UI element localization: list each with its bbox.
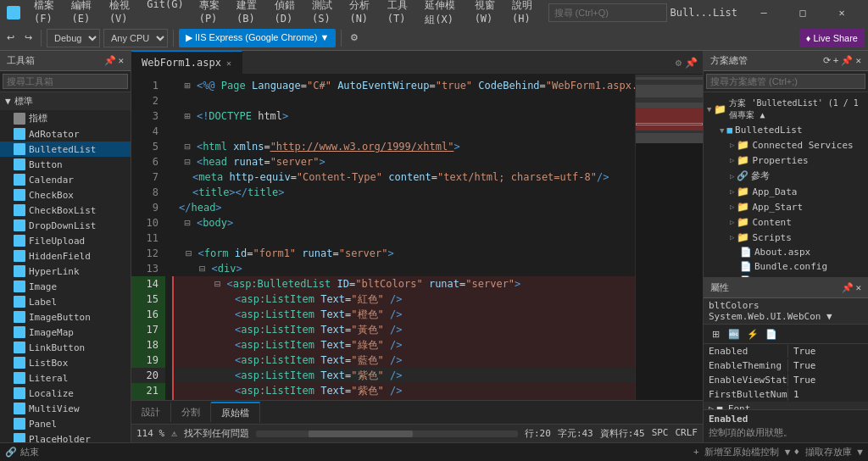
solution-close-icon[interactable]: ✕ (855, 55, 861, 66)
tree-item-about[interactable]: 📄 About.aspx (704, 245, 868, 259)
menu-view[interactable]: 檢視(V) (103, 0, 138, 29)
props-pin-icon[interactable]: 📌 (842, 282, 854, 293)
toolbox-item-adrotator[interactable]: AdRotator (0, 126, 131, 142)
toolbox-item-hyperlink[interactable]: HyperLink (0, 264, 131, 279)
toolbox-item-fileupload[interactable]: FileUpload (0, 233, 131, 248)
global-search-input[interactable] (548, 3, 667, 22)
imagemap-icon (14, 326, 25, 338)
debug-config-select[interactable]: Debug (47, 29, 100, 47)
tree-item-properties[interactable]: ▷ 📁 Properties (704, 153, 868, 168)
toolbox-item-label: Literal (29, 373, 68, 384)
menu-project[interactable]: 專案(P) (192, 0, 228, 29)
toolbox-item-button[interactable]: Button (0, 157, 131, 172)
new-file-icon[interactable]: + (833, 55, 839, 66)
toolbox-item-label: HyperLink (29, 266, 80, 277)
tab-close-icon[interactable]: ✕ (226, 58, 231, 68)
toolbox-item-pointer[interactable]: 指標 (0, 110, 131, 126)
live-share-button[interactable]: ♦ Live Share (799, 29, 865, 47)
toolbox-item-hiddenfield[interactable]: HiddenField (0, 248, 131, 264)
solution-search-input[interactable] (706, 74, 865, 89)
tree-item-solution[interactable]: ▼ 📁 方案 'BulletedList' (1 / 1 個專案 ▲ (704, 96, 868, 123)
tab-design[interactable]: 設計 (131, 403, 171, 422)
props-component-selector[interactable]: bltColors System.Web.UI.WebCon ▼ (704, 298, 868, 325)
editor-settings-icon[interactable]: ⚙ (676, 57, 682, 69)
toolbox-close-icon[interactable]: ✕ (118, 55, 124, 66)
props-pages-btn[interactable]: 📄 (763, 326, 780, 342)
platform-select[interactable]: Any CPU (103, 29, 168, 47)
menu-extensions[interactable]: 延伸模組(X) (418, 0, 465, 29)
sync-icon[interactable]: ⟳ (823, 55, 831, 66)
menu-git[interactable]: Git(G) (140, 0, 190, 29)
tab-webform1[interactable]: WebForm1.aspx ✕ (131, 51, 242, 74)
code-editor[interactable]: ⊞ <%@ Page Language="C#" AutoEventWireup… (165, 75, 635, 400)
menu-file[interactable]: 檔案(F) (27, 0, 63, 29)
tree-item-appdata[interactable]: ▷ 📁 App_Data (704, 184, 868, 199)
prop-section-font[interactable]: ▷ ■ Font (704, 402, 868, 409)
tab-source[interactable]: 原始檔 (211, 402, 260, 423)
solution-pin-icon[interactable]: 📌 (841, 55, 853, 66)
about-file-icon: 📄 (740, 247, 752, 258)
editor-pin-icon[interactable]: 📌 (685, 57, 698, 69)
solution-label: 方案 'BulletedList' (1 / 1 個專案 ▲ (729, 97, 865, 121)
toolbox-item-checkbox[interactable]: CheckBox (0, 187, 131, 203)
toolbox-item-checkboxlist[interactable]: CheckBoxList (0, 203, 131, 218)
props-close-icon[interactable]: ✕ (855, 282, 861, 293)
toolbox-item-image[interactable]: Image (0, 279, 131, 294)
toolbox-item-calendar[interactable]: Calendar (0, 172, 131, 187)
maximize-button[interactable]: □ (783, 0, 822, 25)
prop-row-enabled[interactable]: Enabled True (704, 344, 868, 358)
toolbar-extra-btn[interactable]: ⚙ (347, 29, 362, 47)
minimize-button[interactable]: — (744, 0, 783, 25)
toolbox-item-bulletedlist[interactable]: BulletedList (0, 142, 131, 157)
code-line-14: ⊟ <asp:BulletedList ID="bltColors" runat… (172, 276, 635, 292)
menu-edit[interactable]: 編輯(E) (64, 0, 100, 29)
menu-debug[interactable]: 偵錯(D) (268, 0, 303, 29)
menu-analyze[interactable]: 分析(N) (342, 0, 378, 29)
footer-status-icon[interactable]: 🔗 (5, 447, 17, 458)
tree-item-connected-services[interactable]: ▷ 📁 Connected Services (704, 137, 868, 153)
footer-fetch-repo[interactable]: ♦ 擷取存放庫 ▼ (794, 446, 864, 458)
tree-item-appstart[interactable]: ▷ 📁 App_Start (704, 199, 868, 214)
toolbox-item-imagebutton[interactable]: ImageButton (0, 309, 131, 325)
tree-item-references[interactable]: ▷ 🔗 參考 (704, 168, 868, 184)
adrotator-icon (14, 128, 25, 140)
toolbox-item-placeholder[interactable]: PlaceHolder (0, 431, 131, 442)
close-button[interactable]: ✕ (822, 0, 861, 25)
zoom-level[interactable]: 114 % (136, 428, 164, 439)
toolbox-section-standard[interactable]: ▼ 標準 (0, 92, 131, 110)
menu-window[interactable]: 視窗(W) (468, 0, 504, 29)
toolbox-item-panel[interactable]: Panel (0, 416, 131, 431)
tree-item-project[interactable]: ▼ ■ BulletedList (704, 123, 868, 137)
line-num-20: 20 (131, 368, 165, 383)
props-events-btn[interactable]: ⚡ (744, 326, 761, 342)
props-sort-category-btn[interactable]: ⊞ (707, 326, 724, 342)
toolbox-item-linkbutton[interactable]: LinkButton (0, 340, 131, 355)
prop-row-enabletheming[interactable]: EnableTheming True (704, 358, 868, 373)
prop-row-enableviewstat[interactable]: EnableViewStat True (704, 373, 868, 387)
redo-button[interactable]: ↪ (21, 29, 36, 47)
horizontal-scrollbar[interactable] (256, 430, 518, 437)
toolbox-search-input[interactable] (3, 74, 128, 89)
tree-item-content[interactable]: ▷ 📁 Content (704, 214, 868, 230)
toolbox-item-literal[interactable]: Literal (0, 370, 131, 386)
tree-item-bundleconfig[interactable]: 📄 Bundle.config (704, 259, 868, 274)
toolbox-item-multiview[interactable]: MultiView (0, 401, 131, 416)
toolbox-pin-icon[interactable]: 📌 (104, 55, 116, 66)
footer-add-source-control[interactable]: + 新增至原始檔控制 ▼ (693, 446, 791, 458)
toolbox-item-label[interactable]: Label (0, 294, 131, 309)
run-button[interactable]: ▶ IIS Express (Google Chrome) ▼ (179, 29, 336, 47)
menu-help[interactable]: 說明(H) (505, 0, 541, 29)
toolbox-item-imagemap[interactable]: ImageMap (0, 325, 131, 340)
tree-item-scripts[interactable]: ▷ 📁 Scripts (704, 230, 868, 245)
menu-build[interactable]: 建置(B) (230, 0, 265, 29)
props-sort-alpha-btn[interactable]: 🔤 (726, 326, 743, 342)
solution-tree: ▼ 📁 方案 'BulletedList' (1 / 1 個專案 ▲ ▼ ■ B… (704, 92, 868, 277)
undo-button[interactable]: ↩ (3, 29, 18, 47)
menu-test[interactable]: 測試(S) (305, 0, 341, 29)
menu-tools[interactable]: 工具(T) (381, 0, 416, 29)
toolbox-item-listbox[interactable]: ListBox (0, 355, 131, 370)
prop-row-firstbulletnum[interactable]: FirstBulletNum 1 (704, 387, 868, 402)
toolbox-item-dropdownlist[interactable]: DropDownList (0, 218, 131, 233)
toolbox-item-localize[interactable]: Localize (0, 386, 131, 401)
tab-split[interactable]: 分割 (171, 403, 211, 422)
